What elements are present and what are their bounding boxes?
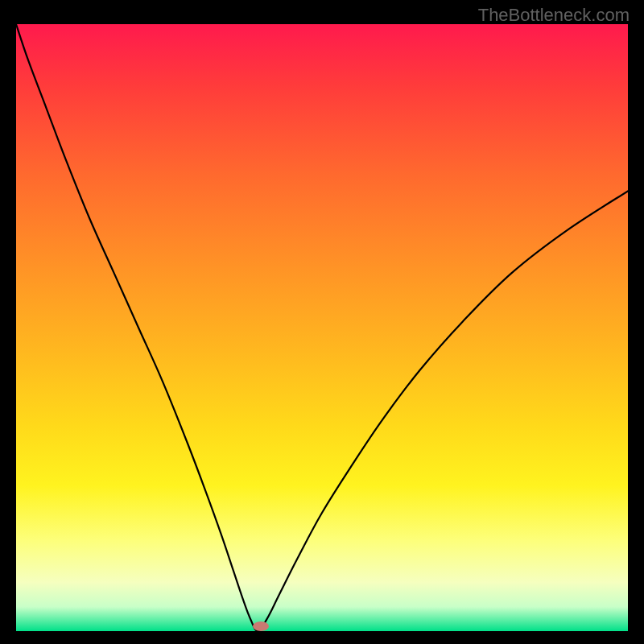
minimum-marker [253, 621, 269, 631]
attribution-text: TheBottleneck.com [478, 5, 630, 26]
bottleneck-curve [16, 24, 628, 631]
plot-area [16, 24, 628, 631]
stage: TheBottleneck.com [0, 0, 644, 644]
